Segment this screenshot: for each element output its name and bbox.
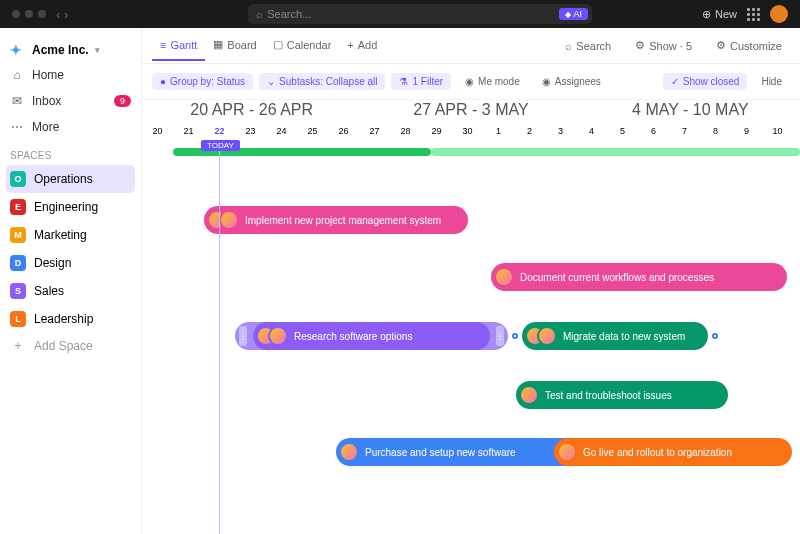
tab-board[interactable]: ▦Board	[205, 30, 264, 61]
task-label: Research software options	[294, 331, 412, 342]
drag-handle-icon[interactable]: ⋮	[239, 326, 247, 346]
hide-button[interactable]: Hide	[753, 73, 790, 90]
day-cell: 6	[638, 126, 669, 136]
day-cell: 24	[266, 126, 297, 136]
progress-bar-segment	[431, 148, 800, 156]
user-avatar[interactable]	[770, 5, 788, 23]
gantt-task[interactable]: Research software options	[253, 322, 490, 350]
gantt-task[interactable]: Implement new project management system	[204, 206, 468, 234]
day-cell: 1	[483, 126, 514, 136]
me-mode-pill[interactable]: ◉ Me mode	[457, 73, 528, 90]
gantt-task[interactable]: Test and troubleshoot issues	[516, 381, 728, 409]
home-icon: ⌂	[10, 68, 24, 82]
add-space-label: Add Space	[34, 339, 93, 353]
subtasks-pill[interactable]: ⌄ Subtasks: Collapse all	[259, 73, 385, 90]
day-cell: 10	[762, 126, 793, 136]
week-label: 27 APR - 3 MAY	[361, 101, 580, 119]
search-placeholder: Search...	[267, 8, 311, 20]
workspace-logo-icon: ✦	[10, 42, 26, 58]
more-icon: ⋯	[10, 120, 24, 134]
space-engineering[interactable]: EEngineering	[6, 193, 135, 221]
assignee-avatar	[268, 326, 288, 346]
task-label: Go live and rollout to organization	[583, 447, 732, 458]
day-cell: 22	[204, 126, 235, 136]
day-cell: 21	[173, 126, 204, 136]
space-label: Engineering	[34, 200, 98, 214]
week-label: 20 APR - 26 APR	[142, 101, 361, 119]
space-marketing[interactable]: MMarketing	[6, 221, 135, 249]
drag-handle-icon[interactable]: ⋮	[496, 326, 504, 346]
gantt-body[interactable]: Implement new project management systemD…	[142, 142, 800, 534]
tab-label: Board	[227, 39, 256, 51]
week-label: 4 MAY - 10 MAY	[581, 101, 800, 119]
task-label: Implement new project management system	[245, 215, 441, 226]
tab-calendar[interactable]: ▢Calendar	[265, 30, 340, 61]
inbox-badge: 9	[114, 95, 131, 107]
space-chip: L	[10, 311, 26, 327]
space-design[interactable]: DDesign	[6, 249, 135, 277]
task-label: Test and troubleshoot issues	[545, 390, 672, 401]
assignee-avatar	[494, 267, 514, 287]
search-button[interactable]: ⌕Search	[557, 37, 619, 55]
day-cell: 3	[545, 126, 576, 136]
day-cell: 4	[576, 126, 607, 136]
window-controls[interactable]	[12, 10, 46, 18]
nav-inbox[interactable]: ✉Inbox9	[6, 88, 135, 114]
apps-icon[interactable]	[747, 8, 760, 21]
nav-home[interactable]: ⌂Home	[6, 62, 135, 88]
assignee-avatar	[339, 442, 359, 462]
gantt-task[interactable]: Purchase and setup new software	[336, 438, 586, 466]
gantt-timeline[interactable]: 20 APR - 26 APR27 APR - 3 MAY4 MAY - 10 …	[142, 100, 800, 534]
today-marker: TODAY	[201, 140, 240, 151]
dependency-handle[interactable]	[512, 333, 518, 339]
nav-more[interactable]: ⋯More	[6, 114, 135, 140]
show-closed-pill[interactable]: ✓ Show closed	[663, 73, 748, 90]
space-chip: S	[10, 283, 26, 299]
space-label: Sales	[34, 284, 64, 298]
customize-button[interactable]: ⚙Customize	[708, 36, 790, 55]
day-cell: 20	[142, 126, 173, 136]
assignee-avatar	[519, 385, 539, 405]
group-by-pill[interactable]: ● Group by: Status	[152, 73, 253, 90]
search-icon: ⌕	[565, 40, 572, 52]
space-leadership[interactable]: LLeadership	[6, 305, 135, 333]
spaces-header: Spaces	[6, 140, 135, 165]
day-cell: 25	[297, 126, 328, 136]
assignee-avatar	[537, 326, 557, 346]
space-operations[interactable]: OOperations	[6, 165, 135, 193]
assignee-avatar	[219, 210, 239, 230]
task-label: Purchase and setup new software	[365, 447, 516, 458]
add-icon: +	[347, 39, 353, 51]
gantt-task[interactable]: Document current workflows and processes	[491, 263, 787, 291]
show-button[interactable]: ⚙Show · 5	[627, 36, 700, 55]
space-sales[interactable]: SSales	[6, 277, 135, 305]
new-button[interactable]: ⊕ New	[702, 8, 737, 21]
nav-back-forward[interactable]: ‹ ›	[56, 7, 68, 22]
global-search[interactable]: ⌕ Search... ◆ AI	[248, 4, 592, 24]
timeline-weeks: 20 APR - 26 APR27 APR - 3 MAY4 MAY - 10 …	[142, 100, 800, 120]
space-chip: D	[10, 255, 26, 271]
view-tabs: ≡Gantt▦Board▢Calendar+Add ⌕Search ⚙Show …	[142, 28, 800, 64]
tab-gantt[interactable]: ≡Gantt	[152, 30, 205, 61]
assignees-pill[interactable]: ◉ Assignees	[534, 73, 609, 90]
ai-badge[interactable]: ◆ AI	[559, 8, 588, 20]
sidebar: ✦ Acme Inc. ▾ ⌂Home✉Inbox9⋯More Spaces O…	[0, 28, 142, 534]
plus-icon: +	[10, 339, 26, 353]
tab-add[interactable]: +Add	[339, 30, 385, 61]
space-chip: E	[10, 199, 26, 215]
workspace-name: Acme Inc.	[32, 43, 89, 57]
inbox-icon: ✉	[10, 94, 24, 108]
add-space-button[interactable]: + Add Space	[6, 333, 135, 359]
dependency-handle[interactable]	[712, 333, 718, 339]
space-label: Design	[34, 256, 71, 270]
gantt-toolbar: ● Group by: Status ⌄ Subtasks: Collapse …	[142, 64, 800, 100]
assignee-avatar	[557, 442, 577, 462]
calendar-icon: ▢	[273, 38, 283, 51]
day-cell: 30	[452, 126, 483, 136]
space-chip: O	[10, 171, 26, 187]
gantt-task[interactable]: Migrate data to new system	[522, 322, 708, 350]
day-cell: 8	[700, 126, 731, 136]
workspace-switcher[interactable]: ✦ Acme Inc. ▾	[6, 38, 135, 62]
gantt-task[interactable]: Go live and rollout to organization	[554, 438, 792, 466]
filter-pill[interactable]: ⚗ 1 Filter	[391, 73, 451, 90]
